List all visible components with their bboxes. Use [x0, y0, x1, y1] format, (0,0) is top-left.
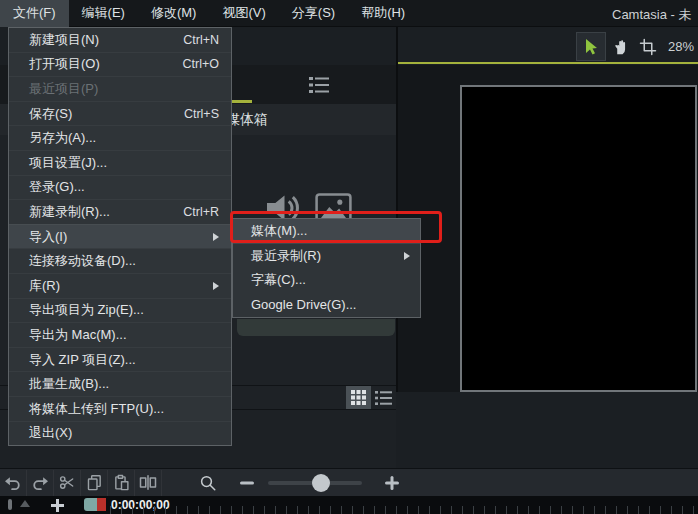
list-view-button[interactable] — [371, 386, 396, 409]
menu-item-label: 打开项目(O) — [29, 55, 100, 73]
menu-item-import-zip-project[interactable]: 导入 ZIP 项目(Z)... — [9, 347, 231, 372]
menu-bar: 文件(F) 编辑(E) 修改(M) 视图(V) 分享(S) 帮助(H) Camt… — [0, 0, 698, 27]
cut-button[interactable] — [54, 470, 81, 496]
menu-help[interactable]: 帮助(H) — [348, 0, 418, 27]
selection-tool-button[interactable] — [577, 33, 605, 60]
menu-item-label: 另存为(A)... — [29, 129, 96, 147]
menu-item-label: 连接移动设备(D)... — [29, 252, 136, 270]
track-up-arrow-icon — [20, 500, 30, 507]
menu-item-recent-projects: 最近项目(P) — [9, 76, 231, 101]
menu-item-label: 批量生成(B)... — [29, 375, 109, 393]
minus-icon — [240, 481, 254, 485]
crop-tool-button[interactable] — [634, 33, 662, 60]
menu-modify[interactable]: 修改(M) — [138, 0, 210, 27]
redo-icon — [31, 475, 49, 491]
preview-canvas[interactable] — [460, 85, 697, 392]
menu-item-import[interactable]: 导入(I) — [9, 224, 231, 249]
annotation-highlight-box — [230, 211, 442, 243]
menu-item-label: 新建录制(R)... — [29, 203, 110, 221]
selected-tab-indicator — [232, 100, 252, 103]
playhead-handle[interactable] — [84, 498, 97, 511]
submenu-arrow-icon — [213, 282, 219, 290]
zoom-level-value[interactable]: 28% — [668, 39, 694, 54]
scissors-icon — [58, 474, 76, 491]
menu-item-label: 导入(I) — [29, 228, 67, 246]
copy-icon — [86, 474, 103, 491]
redo-button[interactable] — [27, 470, 54, 496]
split-button[interactable] — [135, 470, 162, 496]
media-bin-title: 媒体箱 — [226, 111, 268, 129]
menu-shortcut: Ctrl+N — [183, 33, 219, 47]
submenu-arrow-icon — [404, 252, 410, 260]
menu-view[interactable]: 视图(V) — [209, 0, 278, 27]
zoom-in-button[interactable] — [378, 470, 405, 496]
menu-item-export-for-mac[interactable]: 导出为 Mac(M)... — [9, 322, 231, 347]
magnifier-icon — [199, 474, 217, 492]
menu-item-new-project[interactable]: 新建项目(N) Ctrl+N — [9, 28, 231, 52]
zoom-tool-button[interactable] — [194, 470, 221, 496]
menu-item-label: 导入 ZIP 项目(Z)... — [29, 351, 136, 369]
grid-view-button[interactable] — [346, 386, 371, 409]
menu-item-label: 导出为 Mac(M)... — [29, 326, 127, 344]
track-scroll-handle[interactable] — [8, 499, 12, 510]
menu-file[interactable]: 文件(F) — [0, 0, 69, 27]
add-track-button[interactable] — [49, 497, 65, 513]
undo-icon — [4, 475, 22, 491]
submenu-item-label: 字幕(C)... — [251, 271, 306, 289]
copy-button[interactable] — [81, 470, 108, 496]
menu-item-batch-production[interactable]: 批量生成(B)... — [9, 371, 231, 396]
paste-icon — [113, 474, 130, 491]
menu-item-connect-mobile-device[interactable]: 连接移动设备(D)... — [9, 248, 231, 273]
ruler-ticks — [110, 506, 698, 514]
submenu-arrow-icon — [213, 233, 219, 241]
submenu-item-captions[interactable]: 字幕(C)... — [233, 268, 420, 293]
grid-view-icon — [351, 390, 366, 405]
menu-item-label: 库(R) — [29, 277, 60, 295]
menu-share[interactable]: 分享(S) — [279, 0, 348, 27]
menu-item-export-project-zip[interactable]: 导出项目为 Zip(E)... — [9, 298, 231, 323]
submenu-item-label: 最近录制(R) — [251, 247, 321, 265]
submenu-item-recent-recordings[interactable]: 最近录制(R) — [233, 244, 420, 269]
paste-button[interactable] — [108, 470, 135, 496]
submenu-item-google-drive[interactable]: Google Drive(G)... — [233, 293, 420, 318]
playback-controls — [396, 392, 698, 468]
zoom-slider-handle[interactable] — [312, 474, 330, 492]
pan-tool-button[interactable] — [606, 33, 634, 60]
menu-item-new-recording[interactable]: 新建录制(R)... Ctrl+R — [9, 199, 231, 224]
crop-icon — [639, 38, 657, 56]
list-tab-icon[interactable] — [308, 76, 332, 94]
zoom-out-button[interactable] — [233, 470, 260, 496]
timeline-toolbar — [0, 468, 698, 496]
menu-item-label: 保存(S) — [29, 105, 72, 123]
menu-item-library[interactable]: 库(R) — [9, 273, 231, 298]
timeline-ruler-strip[interactable]: 0:00:00;00 — [0, 496, 698, 514]
plus-icon — [385, 476, 399, 490]
list-view-icon — [375, 391, 392, 405]
menu-item-label: 退出(X) — [29, 424, 72, 442]
cursor-arrow-icon — [582, 38, 600, 56]
menu-item-label: 登录(G)... — [29, 178, 85, 196]
menu-edit[interactable]: 编辑(E) — [69, 0, 138, 27]
menu-shortcut: Ctrl+O — [183, 57, 219, 71]
menu-item-sign-in[interactable]: 登录(G)... — [9, 175, 231, 200]
timeline-zoom-slider[interactable] — [268, 481, 362, 485]
import-drop-zone-edge — [237, 319, 395, 336]
menu-item-save-as[interactable]: 另存为(A)... — [9, 125, 231, 150]
menu-item-save[interactable]: 保存(S) Ctrl+S — [9, 101, 231, 126]
menu-item-label: 项目设置(J)... — [29, 154, 107, 172]
menu-shortcut: Ctrl+R — [183, 205, 219, 219]
menu-item-label: 将媒体上传到 FTP(U)... — [29, 400, 164, 418]
menu-item-label: 新建项目(N) — [29, 31, 99, 49]
undo-button[interactable] — [0, 470, 27, 496]
menu-item-upload-media-ftp[interactable]: 将媒体上传到 FTP(U)... — [9, 396, 231, 421]
menu-item-project-settings[interactable]: 项目设置(J)... — [9, 150, 231, 175]
submenu-item-label: Google Drive(G)... — [251, 297, 356, 312]
menu-item-exit[interactable]: 退出(X) — [9, 421, 231, 446]
menu-shortcut: Ctrl+S — [184, 107, 219, 121]
window-title: Camtasia - 未 — [612, 6, 691, 24]
file-dropdown-menu: 新建项目(N) Ctrl+N 打开项目(O) Ctrl+O 最近项目(P) 保存… — [8, 27, 232, 446]
menu-item-label: 导出项目为 Zip(E)... — [29, 301, 144, 319]
playhead-marker[interactable] — [97, 498, 106, 511]
split-icon — [139, 475, 157, 490]
menu-item-open-project[interactable]: 打开项目(O) Ctrl+O — [9, 52, 231, 77]
